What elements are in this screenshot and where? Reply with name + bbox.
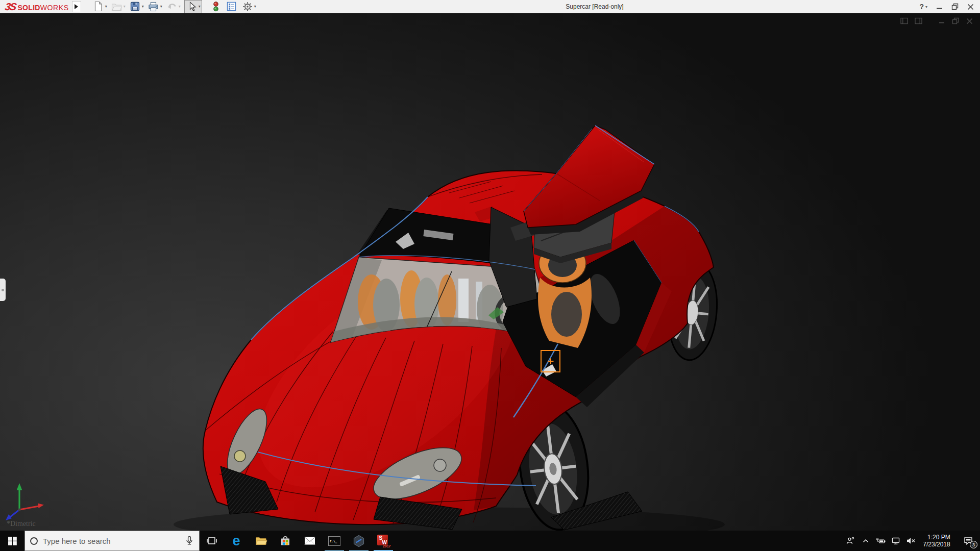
command-prompt-text: C:\_ — [330, 539, 337, 543]
restore-button[interactable] — [951, 3, 959, 10]
select-tool-button[interactable] — [186, 1, 198, 13]
microsoft-store-icon — [279, 535, 291, 547]
solidworks-year: 2017 — [383, 544, 391, 548]
file-explorer-icon — [255, 535, 267, 546]
windows-logo-icon — [8, 537, 17, 545]
action-center-button[interactable]: 3 — [958, 531, 979, 551]
minimize-button[interactable] — [936, 4, 943, 10]
quick-toolbar: ▾ ▾ — [92, 0, 260, 13]
doc-restore-button[interactable] — [952, 17, 960, 27]
new-document-group: ▾ — [92, 1, 107, 13]
search-input[interactable] — [43, 537, 185, 545]
print-group: ▾ — [148, 1, 162, 13]
people-button[interactable] — [842, 531, 859, 551]
save-button[interactable] — [129, 1, 141, 13]
screen: 3S SOLID WORKS ▾ — [0, 0, 980, 551]
document-title: Supercar [Read-only] — [566, 3, 623, 10]
options-button[interactable] — [241, 1, 254, 13]
options-group: ▾ — [241, 1, 256, 13]
command-prompt-icon: C:\_ — [328, 536, 340, 546]
task-view-icon — [206, 536, 217, 546]
cortana-icon — [30, 537, 38, 545]
undo-button[interactable] — [166, 1, 178, 13]
clock-time: 1:20 PM — [927, 534, 950, 541]
solidworks-logo-text-light: WORKS — [40, 4, 69, 12]
solidworks-logo-text-bold: SOLID — [17, 4, 40, 12]
display-pane-button[interactable] — [915, 17, 922, 27]
battery-plug-icon — [875, 537, 886, 545]
options-caret[interactable]: ▾ — [254, 4, 256, 9]
right-pane-icon — [915, 17, 922, 24]
solidworks-logo-mark: 3S — [4, 0, 17, 13]
solidworks-2017-icon: S W 2017 — [377, 535, 390, 547]
save-group: ▾ — [129, 1, 144, 13]
people-icon — [846, 537, 854, 545]
power-battery-button[interactable] — [873, 531, 888, 551]
rebuild-button[interactable] — [210, 1, 222, 13]
undo-group: ▾ — [166, 1, 181, 13]
taskbar-store-button[interactable] — [273, 531, 298, 551]
taskbar-search-box[interactable] — [24, 531, 200, 551]
save-floppy-icon — [130, 2, 140, 11]
help-caret: ▾ — [925, 5, 927, 9]
hidden-icons-button[interactable] — [859, 531, 873, 551]
taskbar-file-explorer-button[interactable] — [249, 531, 273, 551]
close-icon — [967, 4, 974, 10]
select-tool-caret[interactable]: ▾ — [199, 4, 201, 9]
taskbar-edrawings-button[interactable] — [347, 531, 371, 551]
windows-taskbar: e — [0, 531, 980, 551]
taskbar-solidworks-button[interactable]: S W 2017 — [371, 531, 396, 551]
print-button[interactable] — [148, 1, 160, 13]
view-orientation-label: *Dimetric — [7, 520, 36, 528]
start-button[interactable] — [0, 531, 24, 551]
volume-button[interactable] — [903, 531, 919, 551]
print-icon — [148, 2, 159, 12]
menu-flyout-button[interactable] — [72, 1, 81, 12]
microphone-icon[interactable] — [185, 536, 194, 546]
open-caret[interactable]: ▾ — [124, 4, 126, 9]
print-caret[interactable]: ▾ — [160, 4, 162, 9]
new-document-caret[interactable]: ▾ — [105, 4, 107, 9]
featuremanager-flyout-tab[interactable] — [0, 279, 6, 301]
solidworks-logo: 3S SOLID WORKS — [0, 0, 72, 13]
file-properties-button[interactable] — [226, 1, 238, 13]
doc-restore-icon — [952, 17, 960, 24]
selection-crosshair — [550, 359, 551, 364]
graphics-viewport[interactable]: *Dimetric — [0, 13, 980, 531]
select-tool-group: ▾ — [184, 0, 202, 13]
supercar-model[interactable] — [0, 13, 980, 531]
document-window-controls — [900, 17, 973, 27]
doc-minimize-button[interactable] — [939, 17, 945, 27]
undo-caret[interactable]: ▾ — [179, 4, 181, 9]
left-pane-icon — [900, 17, 908, 24]
help-icon: ? — [919, 3, 924, 11]
doc-minimize-icon — [939, 18, 945, 24]
options-gear-icon — [242, 2, 253, 12]
notification-badge: 3 — [970, 541, 977, 548]
select-cursor-icon — [187, 2, 197, 12]
rebuild-stoplight-icon — [212, 2, 220, 12]
undo-icon — [167, 3, 177, 11]
restore-icon — [951, 3, 959, 10]
taskbar-task-view-button[interactable] — [200, 531, 224, 551]
doc-close-icon — [966, 18, 973, 24]
network-icon — [892, 537, 900, 545]
volume-muted-icon — [906, 537, 916, 544]
edge-icon: e — [232, 534, 240, 548]
flyout-arrow-icon — [75, 4, 78, 9]
taskbar-command-prompt-button[interactable]: C:\_ — [322, 531, 347, 551]
flyout-tab-dot-icon — [2, 289, 4, 291]
taskbar-edge-button[interactable]: e — [224, 531, 249, 551]
taskbar-mail-button[interactable] — [298, 531, 322, 551]
save-caret[interactable]: ▾ — [142, 4, 144, 9]
open-button[interactable] — [111, 1, 123, 13]
network-button[interactable] — [888, 531, 903, 551]
clock[interactable]: 1:20 PM 7/23/2018 — [919, 531, 958, 551]
new-document-button[interactable] — [92, 1, 105, 13]
close-button[interactable] — [967, 4, 974, 10]
featuremanager-pane-button[interactable] — [900, 17, 908, 27]
clock-date: 7/23/2018 — [923, 541, 950, 548]
doc-close-button[interactable] — [966, 17, 973, 27]
selection-rubber-band — [541, 350, 560, 372]
help-button[interactable]: ? ▾ — [919, 3, 927, 11]
